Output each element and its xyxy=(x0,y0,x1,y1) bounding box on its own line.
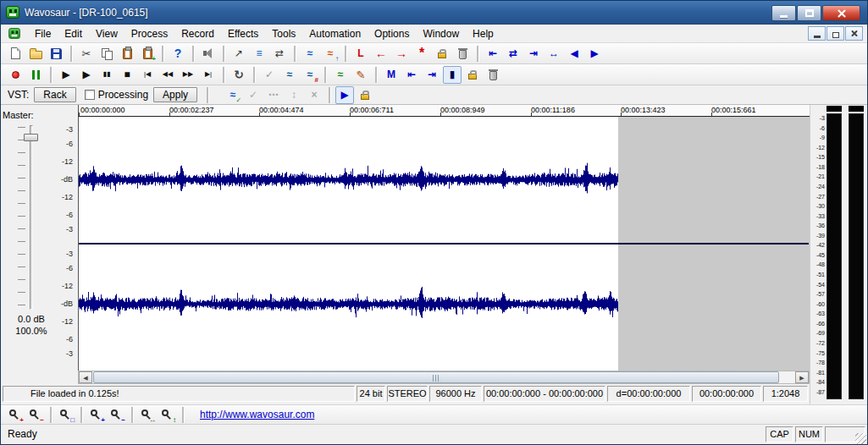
zoom-out-button[interactable]: − xyxy=(26,406,45,424)
undo-button[interactable]: ← xyxy=(372,45,390,63)
delete-button-2[interactable] xyxy=(484,66,502,84)
synthesis-button[interactable]: ≈ xyxy=(331,66,350,84)
zoom-all-button[interactable]: + xyxy=(87,406,106,424)
menu-view[interactable]: View xyxy=(89,26,124,41)
loop-end-button[interactable]: ⇥ xyxy=(423,66,441,84)
waveform-right-channel[interactable] xyxy=(79,244,618,371)
play-button[interactable]: ▶ xyxy=(77,66,96,84)
batch-processor-button[interactable]: ≡ xyxy=(250,45,268,63)
minimize-button[interactable] xyxy=(771,5,796,21)
menu-record[interactable]: Record xyxy=(174,26,221,41)
menu-options[interactable]: Options xyxy=(368,26,416,41)
open-file-button[interactable] xyxy=(26,45,45,63)
record-button[interactable] xyxy=(6,66,25,84)
convert-button[interactable]: ⇄ xyxy=(270,45,289,63)
document-icon[interactable] xyxy=(8,28,20,39)
previous-region-button[interactable]: ◀ xyxy=(565,45,583,63)
pitch-shift-button[interactable]: ≈↑ xyxy=(321,45,340,63)
meter-scale-label: -87 xyxy=(810,389,825,396)
redo-button[interactable]: → xyxy=(392,45,411,63)
delete-button[interactable] xyxy=(453,45,472,63)
wavosaur-website-link[interactable]: http://www.wavosaur.com xyxy=(200,409,314,420)
resample-button[interactable]: ≈ xyxy=(301,45,319,63)
copy-button[interactable] xyxy=(97,45,116,63)
vst-check-button[interactable]: ✓ xyxy=(244,86,263,104)
punch-in-button[interactable]: L xyxy=(351,45,370,63)
menu-edit[interactable]: Edit xyxy=(58,26,89,41)
marker-prev-button[interactable]: ⇤ xyxy=(484,45,502,63)
vst-updown-button[interactable]: ↕ xyxy=(285,86,303,104)
erase-button[interactable]: * xyxy=(412,45,431,63)
separator xyxy=(294,46,296,62)
processing-checkbox[interactable] xyxy=(85,90,95,100)
paste-special-button[interactable]: + xyxy=(138,45,157,63)
vst-play-button[interactable]: ▶ xyxy=(335,86,354,104)
horizontal-scrollbar[interactable]: ◀ ▶ xyxy=(78,371,810,384)
scroll-left-button[interactable]: ◀ xyxy=(79,371,92,383)
zoom-vertical-button[interactable]: ↕ xyxy=(158,406,177,424)
go-end-button[interactable]: ▶| xyxy=(199,66,218,84)
zoom-in-button[interactable]: + xyxy=(6,406,25,424)
help-button[interactable]: ? xyxy=(169,45,187,63)
master-slider-thumb[interactable] xyxy=(24,134,38,141)
marker-insert-button[interactable]: ⇄ xyxy=(504,45,522,63)
marker-next-button[interactable]: ⇥ xyxy=(524,45,543,63)
close-button[interactable] xyxy=(822,5,860,21)
mdi-minimize-button[interactable] xyxy=(808,26,826,41)
cut-button[interactable]: ✂ xyxy=(77,45,96,63)
title-bar[interactable]: Wavosaur - [DR-100_0615] xyxy=(1,1,867,25)
zoom-selection-button[interactable]: □ xyxy=(57,406,75,424)
mdi-close-button[interactable] xyxy=(845,26,863,41)
spectrum-view-button[interactable]: ≈# xyxy=(301,66,319,84)
menu-file[interactable]: File xyxy=(28,26,58,41)
lock-button-2[interactable] xyxy=(463,66,482,84)
mdi-restore-button[interactable] xyxy=(827,26,844,41)
waveform-left-channel[interactable] xyxy=(79,117,618,244)
forward-button[interactable]: ▶▶ xyxy=(179,66,197,84)
play-from-cursor-button[interactable]: ▶ xyxy=(57,66,75,84)
lock-button[interactable] xyxy=(433,45,451,63)
monitor-button[interactable]: ▮ xyxy=(443,66,462,84)
go-start-button[interactable]: |◀ xyxy=(138,66,157,84)
loop-start-button[interactable]: ⇤ xyxy=(402,66,421,84)
vst-lock-button[interactable] xyxy=(356,86,374,104)
vst-wave-button[interactable]: ≈✓ xyxy=(224,86,242,104)
record-pause-button[interactable] xyxy=(26,66,45,84)
menu-effects[interactable]: Effects xyxy=(221,26,265,41)
scroll-right-button[interactable]: ▶ xyxy=(795,371,809,383)
vst-more-button[interactable]: ⋯ xyxy=(264,86,283,104)
time-ruler[interactable]: 00:00:00:00000:00:02:23700:00:04:47400:0… xyxy=(78,105,810,117)
menu-help[interactable]: Help xyxy=(466,26,500,41)
snap-button[interactable]: ✓ xyxy=(260,66,279,84)
resize-grip[interactable] xyxy=(855,433,866,444)
audition-button[interactable] xyxy=(199,45,218,63)
new-file-button[interactable] xyxy=(6,45,25,63)
pencil-edit-button[interactable]: ✎ xyxy=(351,66,370,84)
save-file-button[interactable] xyxy=(47,45,65,63)
rewind-button[interactable]: ◀◀ xyxy=(158,66,177,84)
menu-window[interactable]: Window xyxy=(416,26,466,41)
loop-button[interactable]: ↻ xyxy=(229,66,248,84)
paste-button[interactable] xyxy=(118,45,136,63)
marker-delete-button[interactable]: ↔ xyxy=(545,45,563,63)
midi-button[interactable]: M xyxy=(382,66,401,84)
convert-button-icon: ⇄ xyxy=(275,48,284,58)
scrollbar-thumb[interactable] xyxy=(93,371,779,383)
menu-automation[interactable]: Automation xyxy=(302,26,368,41)
zoom-reset-button[interactable]: − xyxy=(108,406,126,424)
next-region-button[interactable]: ▶ xyxy=(585,45,604,63)
vst-remove-button[interactable]: × xyxy=(305,86,323,104)
separator xyxy=(70,46,72,62)
maximize-button[interactable] xyxy=(797,5,821,21)
synthesis-button-icon: ≈ xyxy=(338,69,344,80)
master-slider-track[interactable] xyxy=(30,125,33,310)
stop-button[interactable]: ■ xyxy=(118,66,136,84)
zoom-horizontal-button[interactable]: ↔ xyxy=(138,406,157,424)
vst-apply-button[interactable]: Apply xyxy=(153,87,197,102)
menu-tools[interactable]: Tools xyxy=(265,26,302,41)
vst-rack-button[interactable]: Rack xyxy=(34,87,75,102)
waveform-view-button[interactable]: ≈ xyxy=(280,66,299,84)
external-editor-button[interactable]: ↗ xyxy=(229,45,248,63)
menu-process[interactable]: Process xyxy=(124,26,174,41)
pause-button[interactable]: ▮▮ xyxy=(97,66,116,84)
